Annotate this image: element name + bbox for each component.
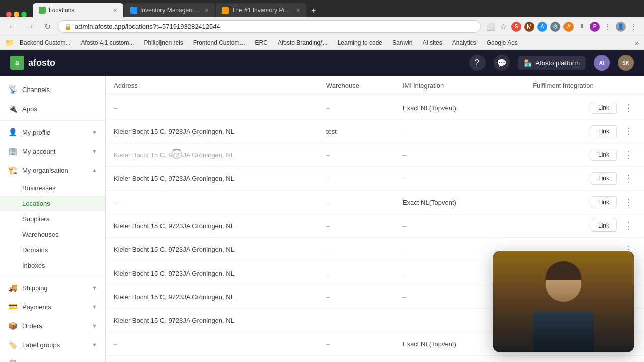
extension-a1-icon[interactable]: A	[537, 22, 547, 32]
more-options-button[interactable]: ⋮	[621, 196, 636, 209]
window-maximize-dot[interactable]	[21, 12, 27, 17]
window-close-dot[interactable]	[6, 12, 12, 17]
sidebar-item-my-profile[interactable]: 👤 My profile ▼	[0, 123, 105, 142]
more-options-button[interactable]: ⋮	[621, 101, 636, 114]
tab-picker[interactable]: The #1 Inventory Picker App... ×	[216, 3, 306, 17]
tab-close-inventory[interactable]: ×	[205, 6, 209, 14]
businesses-label: Businesses	[22, 184, 55, 192]
sidebar-item-my-organisation[interactable]: 🏗️ My organisation ▲	[0, 161, 105, 180]
sidebar-item-payments[interactable]: 💳 Payments ▼	[0, 297, 105, 316]
link-button[interactable]: Link	[591, 125, 617, 137]
reload-button[interactable]: ↻	[41, 21, 54, 32]
platform-button[interactable]: 🏪 Afosto platform	[518, 56, 586, 70]
extensions-more[interactable]: ⋮	[603, 22, 613, 32]
chat-button[interactable]: 💬	[494, 55, 510, 71]
cell-warehouse: –	[318, 356, 394, 363]
browser-tabs: Locations × Inventory Management Sof... …	[0, 0, 644, 17]
forward-button[interactable]: →	[23, 21, 37, 32]
tab-locations[interactable]: Locations ×	[33, 3, 123, 17]
more-options-button[interactable]: ⋮	[621, 148, 636, 161]
sidebar-item-my-account[interactable]: 🏢 My account ▼	[0, 142, 105, 161]
sidebar-item-orders-label: Orders	[22, 322, 42, 330]
app-logo[interactable]: a afosto	[10, 56, 55, 70]
bookmark-afosto-branding[interactable]: Afosto Branding/...	[274, 38, 332, 47]
link-button[interactable]: Link	[591, 196, 617, 208]
tab-favicon-locations	[39, 7, 46, 14]
bookmark-afosto41[interactable]: Afosto 4.1 custom...	[76, 38, 138, 47]
sidebar-item-suppliers[interactable]: Suppliers	[0, 211, 105, 227]
logo-icon: a	[10, 56, 24, 70]
window-minimize-dot[interactable]	[14, 12, 19, 17]
bookmark-philipijnen[interactable]: Philipijnen reis	[140, 38, 187, 47]
sidebar-item-shipping[interactable]: 🚚 Shipping ▼	[0, 278, 105, 297]
bookmark-backend[interactable]: Backend Custom...	[16, 38, 74, 47]
user-avatar-sk[interactable]: SK	[618, 55, 634, 71]
sidebar-item-locations[interactable]: Locations	[0, 196, 105, 211]
link-button[interactable]: Link	[591, 149, 617, 161]
platform-label: Afosto platform	[536, 59, 580, 67]
bookmarks-more-button[interactable]: »	[635, 39, 639, 47]
tab-close-picker[interactable]: ×	[296, 6, 300, 14]
profile-avatar[interactable]: 👤	[616, 22, 626, 32]
address-bar[interactable]: 🔒 admin.afosto.app/locations?t=571919328…	[58, 20, 481, 33]
user-avatar-left[interactable]: AI	[594, 55, 610, 71]
menu-button[interactable]: ⋮	[629, 22, 639, 32]
bookmark-google-ads[interactable]: Google Ads	[482, 38, 522, 47]
locations-label: Locations	[22, 200, 50, 207]
more-options-button[interactable]: ⋮	[621, 172, 636, 185]
extension-m-icon[interactable]: M	[524, 22, 534, 32]
cell-address: Kieler Bocht 15 C, 9723JA Groningen, NL	[106, 285, 318, 309]
sidebar-item-channels[interactable]: 📡 Channels	[0, 80, 105, 99]
cell-address: Kieler Bocht 15 C, 9723JA Groningen, NL	[106, 261, 318, 285]
platform-icon: 🏪	[524, 59, 532, 67]
table-header-row: Address Warehouse IMI integration Fulfil…	[106, 76, 644, 96]
cell-warehouse: –	[318, 214, 394, 238]
tab-inventory[interactable]: Inventory Management Sof... ×	[124, 3, 215, 17]
new-tab-button[interactable]: +	[307, 4, 320, 17]
bookmark-erc[interactable]: ERC	[251, 38, 272, 47]
cell-fulfilment: Link⋮	[525, 120, 644, 143]
more-options-button[interactable]: ⋮	[621, 219, 636, 232]
back-button[interactable]: ←	[5, 21, 19, 32]
extension-gear-icon[interactable]: ⚙	[550, 22, 560, 32]
bookmark-sanwin[interactable]: Sanwin	[388, 38, 416, 47]
sidebar-item-picklists[interactable]: 📋 Picklists ▼	[0, 354, 105, 362]
extension-a2-icon[interactable]: A	[564, 22, 574, 32]
sidebar-item-domains[interactable]: Domains	[0, 242, 105, 258]
sidebar-item-businesses[interactable]: Businesses	[0, 180, 105, 196]
help-button[interactable]: ?	[469, 55, 486, 71]
cast-icon[interactable]: ⬜	[485, 22, 495, 32]
cell-imi: –	[394, 214, 525, 238]
tab-favicon-inventory	[130, 7, 137, 14]
sidebar-item-orders[interactable]: 📦 Orders ▼	[0, 316, 105, 335]
bookmark-learning[interactable]: Learning to code	[334, 38, 386, 47]
link-button[interactable]: Link	[591, 102, 617, 114]
star-icon[interactable]: ☆	[498, 22, 508, 32]
bookmark-frontend[interactable]: Frontend Custom...	[189, 38, 249, 47]
shipping-chevron: ▼	[92, 285, 97, 291]
extension-down-icon[interactable]: ⬇	[577, 22, 587, 32]
sidebar-item-payments-label: Payments	[22, 303, 51, 311]
sidebar-item-picklists-label: Picklists	[22, 360, 46, 363]
link-button[interactable]: Link	[591, 172, 617, 185]
bookmark-analytics[interactable]: Analytics	[448, 38, 480, 47]
channels-icon: 📡	[8, 85, 17, 94]
cell-warehouse: –	[318, 238, 394, 261]
extension-s-icon[interactable]: S	[511, 22, 521, 32]
sidebar-item-warehouses[interactable]: Warehouses	[0, 227, 105, 242]
toolbar-icons: ⬜ ☆ S M A ⚙ A ⬇ P ⋮ 👤 ⋮	[485, 22, 639, 32]
extension-p-icon[interactable]: P	[590, 22, 600, 32]
sidebar-item-channels-label: Channels	[22, 86, 50, 94]
sidebar-item-inboxes[interactable]: Inboxes	[0, 258, 105, 274]
cell-imi: Exact NL(Topvent)	[394, 96, 525, 120]
link-button[interactable]: Link	[591, 220, 617, 232]
sidebar-item-apps[interactable]: 🔌 Apps	[0, 99, 105, 118]
my-profile-chevron: ▼	[92, 129, 97, 135]
tab-close-locations[interactable]: ×	[113, 6, 117, 14]
sidebar-item-label-groups[interactable]: 🏷️ Label groups ▼	[0, 335, 105, 354]
bookmark-ai-sites[interactable]: AI sites	[418, 38, 446, 47]
suppliers-label: Suppliers	[22, 215, 49, 223]
bookmark-label: Google Ads	[487, 39, 518, 46]
more-options-button[interactable]: ⋮	[621, 125, 636, 138]
sidebar-nav: 📡 Channels 🔌 Apps 👤 My profile ▼ 🏢 My ac…	[0, 76, 105, 362]
